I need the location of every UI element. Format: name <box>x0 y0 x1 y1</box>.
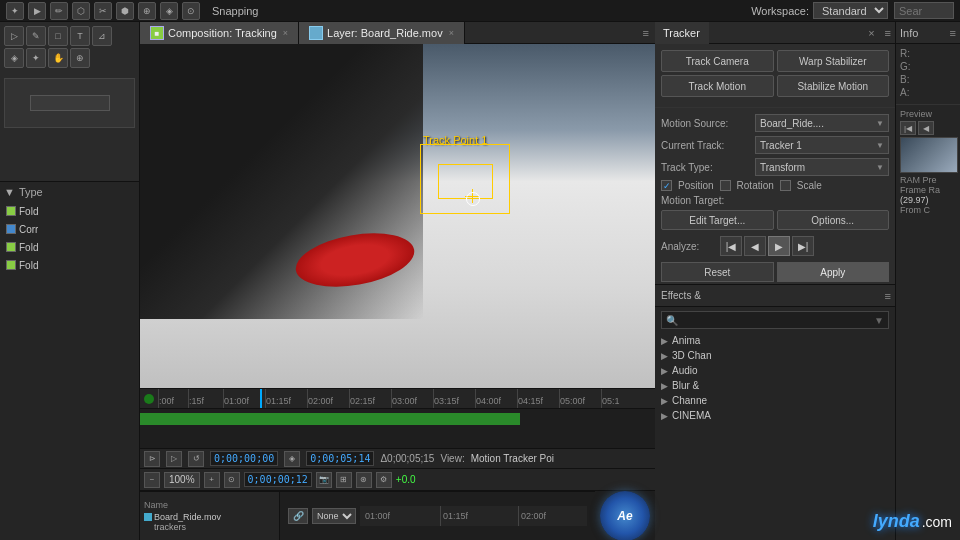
analyze-first-btn[interactable]: |◀ <box>720 236 742 256</box>
timeline-track-bar[interactable] <box>140 413 520 425</box>
effects-search-bar: 🔍 ▼ <box>661 311 889 329</box>
panel-menu-btn[interactable]: ≡ <box>637 27 655 39</box>
list-item[interactable]: Fold <box>4 238 135 256</box>
tool-btn-zoom[interactable]: ⊕ <box>70 48 90 68</box>
track-motion-button[interactable]: Track Motion <box>661 75 774 97</box>
analyze-label: Analyze: <box>661 241 716 252</box>
tracker-panel-close[interactable]: × <box>862 27 880 39</box>
collapse-icon[interactable]: ▼ <box>4 186 15 198</box>
comp-tab-close[interactable]: × <box>283 28 288 38</box>
effects-section-cinema[interactable]: ▶ CINEMA <box>655 408 895 423</box>
info-g-label: G: <box>900 61 911 72</box>
composition-tab-bar: ■ Composition: Tracking × Layer: Board_R… <box>140 22 655 44</box>
track-type-dropdown[interactable]: Transform ▼ <box>755 158 889 176</box>
tool-btn-puppet[interactable]: ✦ <box>26 48 46 68</box>
rotation-checkbox[interactable] <box>720 180 731 191</box>
scale-checkbox[interactable] <box>780 180 791 191</box>
effects-search-input[interactable] <box>681 315 871 326</box>
zoom-out-btn[interactable]: − <box>144 472 160 488</box>
reset-button[interactable]: Reset <box>661 262 774 282</box>
options-button[interactable]: Options... <box>777 210 890 230</box>
snapping-label: Snapping <box>212 5 259 17</box>
warp-stabilizer-button[interactable]: Warp Stabilizer <box>777 50 890 72</box>
camera-btn[interactable]: 📷 <box>316 472 332 488</box>
info-r-row: R: <box>900 48 956 59</box>
layer-name-row[interactable]: Board_Ride.mov <box>144 512 275 522</box>
play-btn[interactable]: ⊳ <box>144 451 160 467</box>
layer-name: Corr <box>19 224 38 235</box>
tool-btn-select[interactable]: ▷ <box>4 26 24 46</box>
tab-tracker[interactable]: Tracker <box>655 22 709 44</box>
stabilize-motion-button[interactable]: Stabilize Motion <box>777 75 890 97</box>
tool-btn-text[interactable]: T <box>70 26 90 46</box>
timer-icon[interactable]: ⊙ <box>224 472 240 488</box>
tab-effects[interactable]: Effects & <box>655 285 707 307</box>
tool-icon-1[interactable]: ✦ <box>6 2 24 20</box>
zoom-level[interactable]: 100% <box>164 472 200 488</box>
effects-search-clear[interactable]: ▼ <box>874 315 884 326</box>
tab-composition[interactable]: ■ Composition: Tracking × <box>140 22 299 44</box>
lynda-watermark: lynda.com <box>873 511 952 532</box>
tool-icon-9[interactable]: ⊙ <box>182 2 200 20</box>
tool-btn-shape[interactable]: □ <box>48 26 68 46</box>
track-camera-button[interactable]: Track Camera <box>661 50 774 72</box>
analyze-next-btn[interactable]: ▶| <box>792 236 814 256</box>
ruler-mark: 02:00f <box>307 389 349 408</box>
tool-btn-roto[interactable]: ◈ <box>4 48 24 68</box>
timeline-start-marker <box>144 394 154 404</box>
grid-btn[interactable]: ⊞ <box>336 472 352 488</box>
tool-icon-5[interactable]: ✂ <box>94 2 112 20</box>
add-marker[interactable]: ◈ <box>284 451 300 467</box>
tool-icon-2[interactable]: ▶ <box>28 2 46 20</box>
analyze-prev-btn[interactable]: ◀ <box>744 236 766 256</box>
effects-section-channel[interactable]: ▶ Channe <box>655 393 895 408</box>
link-icon[interactable]: 🔗 <box>288 508 308 524</box>
tool-icon-7[interactable]: ⊕ <box>138 2 156 20</box>
search-input[interactable] <box>894 2 954 19</box>
layer-name-panel: Name Board_Ride.mov trackers <box>140 498 279 534</box>
effects-panel-menu[interactable]: ≡ <box>881 290 895 302</box>
prev-step-btn[interactable]: ◀ <box>918 121 934 135</box>
timeline-playhead[interactable] <box>260 389 262 408</box>
track-point-inner-box[interactable] <box>438 164 493 199</box>
edit-target-button[interactable]: Edit Target... <box>661 210 774 230</box>
effects-section-3d[interactable]: ▶ 3D Chan <box>655 348 895 363</box>
magnet-btn[interactable]: ⊛ <box>356 472 372 488</box>
ae-logo-text: Ae <box>617 509 632 523</box>
effects-section-label-1: Anima <box>672 335 700 346</box>
tab-layer[interactable]: Layer: Board_Ride.mov × <box>299 22 465 44</box>
parent-dropdown[interactable]: None <box>312 508 356 524</box>
loop-btn[interactable]: ↺ <box>188 451 204 467</box>
layer-tab-label: Layer: Board_Ride.mov <box>327 27 443 39</box>
layer-tab-close[interactable]: × <box>449 28 454 38</box>
analyze-play-btn[interactable]: ▶ <box>768 236 790 256</box>
tool-btn-hand[interactable]: ✋ <box>48 48 68 68</box>
tracker-panel-menu[interactable]: ≡ <box>881 27 895 39</box>
motion-source-dropdown[interactable]: Board_Ride.... ▼ <box>755 114 889 132</box>
list-item[interactable]: Corr <box>4 220 135 238</box>
prev-prev-btn[interactable]: |◀ <box>900 121 916 135</box>
tool-icon-6[interactable]: ⬢ <box>116 2 134 20</box>
tool-btn-brush[interactable]: ⊿ <box>92 26 112 46</box>
list-item[interactable]: Fold <box>4 256 135 274</box>
tool-icon-8[interactable]: ◈ <box>160 2 178 20</box>
position-checkbox[interactable] <box>661 180 672 191</box>
current-track-dropdown[interactable]: Tracker 1 ▼ <box>755 136 889 154</box>
step-btn[interactable]: ▷ <box>166 451 182 467</box>
ram-preview-btn[interactable]: RAM Pre <box>900 175 956 185</box>
effects-section-blur[interactable]: ▶ Blur & <box>655 378 895 393</box>
apply-button[interactable]: Apply <box>777 262 890 282</box>
tool-icon-4[interactable]: ⬡ <box>72 2 90 20</box>
effects-section-anim[interactable]: ▶ Anima <box>655 333 895 348</box>
zoom-in-btn[interactable]: + <box>204 472 220 488</box>
info-panel-menu[interactable]: ≡ <box>950 27 956 39</box>
ae-logo: Ae <box>600 491 650 540</box>
layer-sub-row[interactable]: trackers <box>144 522 275 532</box>
workspace-dropdown[interactable]: Standard <box>813 2 888 19</box>
settings-btn[interactable]: ⚙ <box>376 472 392 488</box>
ruler-mark: 05:1 <box>601 389 651 408</box>
tool-btn-pen[interactable]: ✎ <box>26 26 46 46</box>
tool-icon-3[interactable]: ✏ <box>50 2 68 20</box>
effects-section-audio[interactable]: ▶ Audio <box>655 363 895 378</box>
list-item[interactable]: Fold <box>4 202 135 220</box>
